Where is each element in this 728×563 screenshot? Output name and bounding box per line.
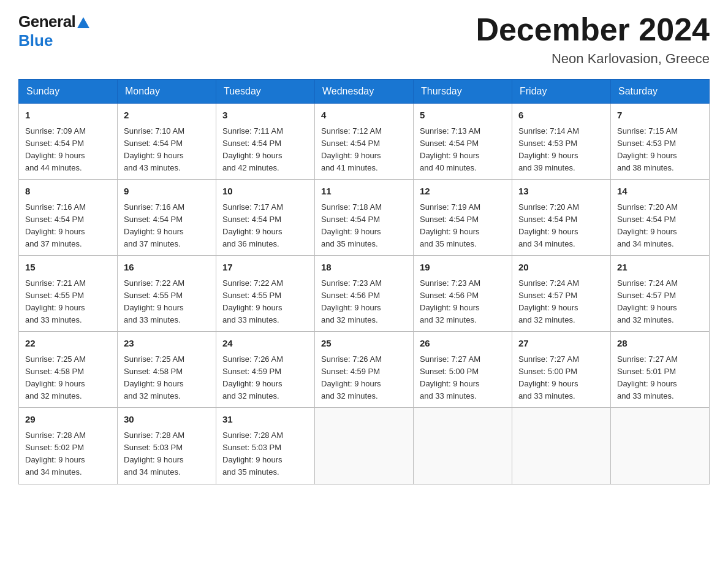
- weekday-header-row: SundayMondayTuesdayWednesdayThursdayFrid…: [19, 80, 710, 104]
- day-number: 22: [25, 337, 111, 351]
- day-info: Sunrise: 7:18 AMSunset: 4:54 PMDaylight:…: [321, 201, 407, 251]
- day-info: Sunrise: 7:09 AMSunset: 4:54 PMDaylight:…: [25, 125, 111, 175]
- calendar-day-cell: 10Sunrise: 7:17 AMSunset: 4:54 PMDayligh…: [216, 180, 315, 256]
- day-number: 2: [124, 109, 210, 123]
- day-info: Sunrise: 7:25 AMSunset: 4:58 PMDaylight:…: [124, 353, 210, 403]
- calendar-week-row: 8Sunrise: 7:16 AMSunset: 4:54 PMDaylight…: [19, 180, 710, 256]
- calendar-day-cell: 19Sunrise: 7:23 AMSunset: 4:56 PMDayligh…: [414, 256, 512, 332]
- calendar-day-cell: 7Sunrise: 7:15 AMSunset: 4:53 PMDaylight…: [611, 104, 710, 180]
- day-info: Sunrise: 7:27 AMSunset: 5:00 PMDaylight:…: [518, 353, 604, 403]
- calendar-day-cell: 15Sunrise: 7:21 AMSunset: 4:55 PMDayligh…: [19, 256, 118, 332]
- calendar-day-cell: 6Sunrise: 7:14 AMSunset: 4:53 PMDaylight…: [512, 104, 611, 180]
- day-info: Sunrise: 7:28 AMSunset: 5:03 PMDaylight:…: [222, 429, 308, 479]
- calendar-day-cell: 9Sunrise: 7:16 AMSunset: 4:54 PMDaylight…: [118, 180, 216, 256]
- calendar-week-row: 1Sunrise: 7:09 AMSunset: 4:54 PMDaylight…: [19, 104, 710, 180]
- logo-general-text: General: [18, 12, 75, 31]
- day-number: 30: [124, 413, 210, 427]
- weekday-header-friday: Friday: [512, 80, 611, 104]
- svg-marker-0: [77, 17, 89, 28]
- calendar-day-cell: 25Sunrise: 7:26 AMSunset: 4:59 PMDayligh…: [315, 332, 414, 408]
- calendar-day-cell: 27Sunrise: 7:27 AMSunset: 5:00 PMDayligh…: [512, 332, 611, 408]
- weekday-header-wednesday: Wednesday: [315, 80, 414, 104]
- day-info: Sunrise: 7:24 AMSunset: 4:57 PMDaylight:…: [617, 277, 703, 327]
- day-number: 15: [25, 261, 111, 275]
- day-info: Sunrise: 7:10 AMSunset: 4:54 PMDaylight:…: [124, 125, 210, 175]
- day-number: 4: [321, 109, 407, 123]
- weekday-header-tuesday: Tuesday: [216, 80, 315, 104]
- day-number: 31: [222, 413, 308, 427]
- day-info: Sunrise: 7:26 AMSunset: 4:59 PMDaylight:…: [321, 353, 407, 403]
- day-number: 6: [518, 109, 604, 123]
- calendar-day-cell: 1Sunrise: 7:09 AMSunset: 4:54 PMDaylight…: [19, 104, 118, 180]
- logo-blue-text: Blue: [18, 31, 53, 50]
- day-info: Sunrise: 7:20 AMSunset: 4:54 PMDaylight:…: [617, 201, 703, 251]
- month-title: December 2024: [476, 12, 710, 47]
- day-info: Sunrise: 7:19 AMSunset: 4:54 PMDaylight:…: [420, 201, 506, 251]
- calendar-day-cell: 31Sunrise: 7:28 AMSunset: 5:03 PMDayligh…: [216, 408, 315, 484]
- day-info: Sunrise: 7:11 AMSunset: 4:54 PMDaylight:…: [222, 125, 308, 175]
- day-number: 14: [617, 185, 703, 199]
- calendar-day-cell: 13Sunrise: 7:20 AMSunset: 4:54 PMDayligh…: [512, 180, 611, 256]
- day-info: Sunrise: 7:22 AMSunset: 4:55 PMDaylight:…: [222, 277, 308, 327]
- title-section: December 2024 Neon Karlovasion, Greece: [476, 12, 710, 67]
- calendar-week-row: 29Sunrise: 7:28 AMSunset: 5:02 PMDayligh…: [19, 408, 710, 484]
- calendar-day-cell: [315, 408, 414, 484]
- calendar-day-cell: 17Sunrise: 7:22 AMSunset: 4:55 PMDayligh…: [216, 256, 315, 332]
- calendar-day-cell: 11Sunrise: 7:18 AMSunset: 4:54 PMDayligh…: [315, 180, 414, 256]
- day-number: 3: [222, 109, 308, 123]
- weekday-header-sunday: Sunday: [19, 80, 118, 104]
- calendar-day-cell: 3Sunrise: 7:11 AMSunset: 4:54 PMDaylight…: [216, 104, 315, 180]
- day-number: 11: [321, 185, 407, 199]
- day-number: 1: [25, 109, 111, 123]
- calendar-day-cell: 23Sunrise: 7:25 AMSunset: 4:58 PMDayligh…: [118, 332, 216, 408]
- day-info: Sunrise: 7:22 AMSunset: 4:55 PMDaylight:…: [124, 277, 210, 327]
- calendar-day-cell: 21Sunrise: 7:24 AMSunset: 4:57 PMDayligh…: [611, 256, 710, 332]
- day-info: Sunrise: 7:20 AMSunset: 4:54 PMDaylight:…: [518, 201, 604, 251]
- day-number: 28: [617, 337, 703, 351]
- day-number: 16: [124, 261, 210, 275]
- calendar-table: SundayMondayTuesdayWednesdayThursdayFrid…: [18, 79, 710, 484]
- calendar-day-cell: 8Sunrise: 7:16 AMSunset: 4:54 PMDaylight…: [19, 180, 118, 256]
- calendar-day-cell: 26Sunrise: 7:27 AMSunset: 5:00 PMDayligh…: [414, 332, 512, 408]
- day-number: 13: [518, 185, 604, 199]
- day-number: 7: [617, 109, 703, 123]
- weekday-header-thursday: Thursday: [414, 80, 512, 104]
- calendar-day-cell: 20Sunrise: 7:24 AMSunset: 4:57 PMDayligh…: [512, 256, 611, 332]
- weekday-header-monday: Monday: [118, 80, 216, 104]
- calendar-day-cell: 18Sunrise: 7:23 AMSunset: 4:56 PMDayligh…: [315, 256, 414, 332]
- day-number: 18: [321, 261, 407, 275]
- day-number: 5: [420, 109, 506, 123]
- calendar-day-cell: 4Sunrise: 7:12 AMSunset: 4:54 PMDaylight…: [315, 104, 414, 180]
- day-info: Sunrise: 7:15 AMSunset: 4:53 PMDaylight:…: [617, 125, 703, 175]
- calendar-day-cell: 29Sunrise: 7:28 AMSunset: 5:02 PMDayligh…: [19, 408, 118, 484]
- day-number: 9: [124, 185, 210, 199]
- day-number: 10: [222, 185, 308, 199]
- page-header: General Blue December 2024 Neon Karlovas…: [18, 12, 710, 67]
- logo: General Blue: [18, 12, 89, 50]
- day-number: 8: [25, 185, 111, 199]
- calendar-day-cell: 2Sunrise: 7:10 AMSunset: 4:54 PMDaylight…: [118, 104, 216, 180]
- calendar-day-cell: 5Sunrise: 7:13 AMSunset: 4:54 PMDaylight…: [414, 104, 512, 180]
- day-number: 29: [25, 413, 111, 427]
- day-number: 20: [518, 261, 604, 275]
- calendar-week-row: 22Sunrise: 7:25 AMSunset: 4:58 PMDayligh…: [19, 332, 710, 408]
- day-info: Sunrise: 7:28 AMSunset: 5:03 PMDaylight:…: [124, 429, 210, 479]
- day-info: Sunrise: 7:14 AMSunset: 4:53 PMDaylight:…: [518, 125, 604, 175]
- calendar-day-cell: 24Sunrise: 7:26 AMSunset: 4:59 PMDayligh…: [216, 332, 315, 408]
- calendar-day-cell: 28Sunrise: 7:27 AMSunset: 5:01 PMDayligh…: [611, 332, 710, 408]
- calendar-day-cell: 14Sunrise: 7:20 AMSunset: 4:54 PMDayligh…: [611, 180, 710, 256]
- day-info: Sunrise: 7:13 AMSunset: 4:54 PMDaylight:…: [420, 125, 506, 175]
- day-info: Sunrise: 7:12 AMSunset: 4:54 PMDaylight:…: [321, 125, 407, 175]
- weekday-header-saturday: Saturday: [611, 80, 710, 104]
- day-number: 23: [124, 337, 210, 351]
- day-number: 27: [518, 337, 604, 351]
- day-number: 25: [321, 337, 407, 351]
- day-info: Sunrise: 7:23 AMSunset: 4:56 PMDaylight:…: [420, 277, 506, 327]
- day-info: Sunrise: 7:27 AMSunset: 5:01 PMDaylight:…: [617, 353, 703, 403]
- calendar-day-cell: 16Sunrise: 7:22 AMSunset: 4:55 PMDayligh…: [118, 256, 216, 332]
- day-number: 24: [222, 337, 308, 351]
- day-info: Sunrise: 7:16 AMSunset: 4:54 PMDaylight:…: [124, 201, 210, 251]
- day-info: Sunrise: 7:16 AMSunset: 4:54 PMDaylight:…: [25, 201, 111, 251]
- day-info: Sunrise: 7:23 AMSunset: 4:56 PMDaylight:…: [321, 277, 407, 327]
- day-info: Sunrise: 7:21 AMSunset: 4:55 PMDaylight:…: [25, 277, 111, 327]
